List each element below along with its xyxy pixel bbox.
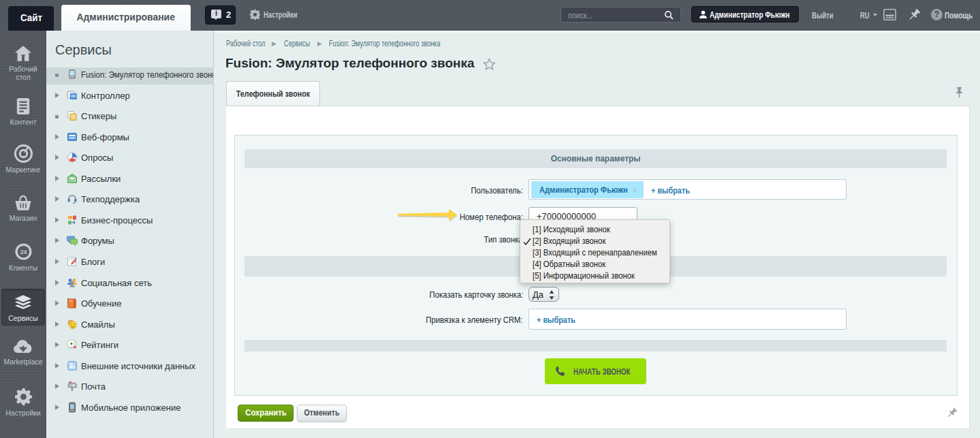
- svg-text:24: 24: [20, 249, 27, 255]
